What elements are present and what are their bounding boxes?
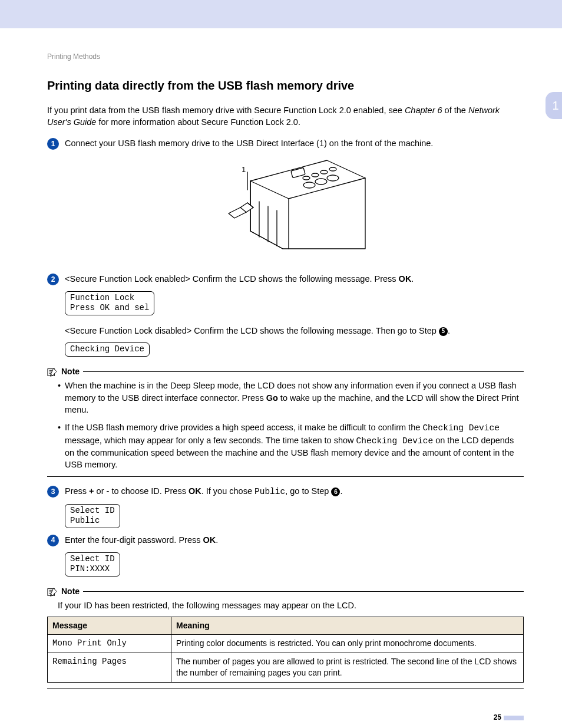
note-1-item-1: When the machine is in the Deep Sleep mo… — [58, 380, 524, 416]
s3-e: . — [340, 486, 342, 496]
step2-disabled-b: . — [448, 326, 450, 335]
s3-c: . If you chose — [201, 486, 254, 496]
step2-ok: OK — [399, 274, 412, 284]
cell-msg-1: Mono Print Only — [48, 635, 171, 653]
table-row: Remaining Pages The number of pages you … — [48, 653, 524, 682]
note-1-header: Note — [47, 366, 524, 378]
th-message: Message — [48, 617, 171, 635]
intro-paragraph: If you print data from the USB flash mem… — [47, 104, 524, 129]
s3-a: Press — [65, 486, 89, 496]
note-icon-2 — [47, 587, 58, 597]
s3-plus: + — [89, 486, 94, 496]
note-1-list: When the machine is in the Deep Sleep mo… — [58, 380, 524, 470]
step2-disabled-line: <Secure Function Lock disabled> Confirm … — [65, 325, 524, 337]
step2-enabled-b: . — [411, 274, 414, 284]
s4-a: Enter the four-digit password. Press — [65, 535, 203, 545]
step-number-3: 3 — [47, 486, 59, 498]
step-1: 1 Connect your USB flash memory drive to… — [47, 137, 524, 269]
svg-point-0 — [303, 182, 315, 188]
page-number-bar — [504, 716, 524, 720]
breadcrumb: Printing Methods — [47, 52, 524, 62]
svg-point-5 — [320, 170, 328, 174]
note-2-label: Note — [61, 586, 80, 598]
note1-li2-a: If the USB flash memory drive provides a… — [65, 423, 422, 432]
step-number-4: 4 — [47, 535, 59, 546]
s4-b: . — [216, 535, 218, 545]
note-1-item-2: If the USB flash memory drive provides a… — [58, 421, 524, 470]
s3-b: to choose ID. Press — [109, 486, 189, 496]
step2-disabled-a: <Secure Function Lock disabled> Confirm … — [65, 326, 439, 335]
page-number: 25 — [47, 713, 524, 723]
step-ref-6: 6 — [331, 487, 340, 496]
page-title: Printing data directly from the USB flas… — [47, 77, 524, 94]
chapter-tab: 1 — [546, 92, 562, 119]
step1-text: Connect your USB flash memory drive to t… — [65, 139, 433, 148]
s3-ok: OK — [189, 486, 201, 496]
step-ref-5: 5 — [439, 327, 448, 336]
intro-text-a: If you print data from the USB flash mem… — [47, 106, 405, 115]
table-row: Mono Print Only Printing color documents… — [48, 635, 524, 653]
note-1-label: Note — [61, 366, 80, 378]
note-icon — [47, 367, 58, 377]
note-1-footer-rule — [47, 476, 524, 477]
cell-mean-2: The number of pages you are allowed to p… — [171, 653, 524, 682]
svg-point-3 — [303, 176, 310, 180]
svg-point-2 — [327, 175, 339, 181]
s3-d: , go to Step — [285, 486, 331, 496]
step-number-1: 1 — [47, 138, 59, 150]
callout-1: 1 — [242, 165, 246, 174]
note-2-text: If your ID has been restricted, the foll… — [58, 599, 524, 611]
page-content: Printing Methods 1 Printing data directl… — [0, 28, 562, 728]
lcd-function-lock: Function Lock Press OK and sel — [65, 291, 154, 315]
cell-msg-2: Remaining Pages — [48, 653, 171, 682]
intro-text-b: of the — [442, 106, 468, 115]
printer-usb-diagram: 1 — [218, 154, 371, 261]
messages-table: Message Meaning Mono Print Only Printing… — [47, 617, 524, 683]
note1-go: Go — [266, 393, 278, 403]
page-number-value: 25 — [494, 713, 501, 722]
s4-ok: OK — [203, 535, 216, 545]
step2-enabled-a: <Secure Function Lock enabled> Confirm t… — [65, 274, 399, 284]
lcd-select-id-public: Select ID Public — [65, 504, 120, 528]
note1-cd2: Checking Device — [356, 436, 434, 446]
step-number-2: 2 — [47, 274, 59, 285]
th-meaning: Meaning — [171, 617, 524, 635]
svg-point-6 — [329, 167, 336, 171]
lcd-checking-device: Checking Device — [65, 342, 150, 357]
step-3: 3 Press + or - to choose ID. Press OK. I… — [47, 485, 524, 498]
note-rule-2 — [83, 591, 524, 592]
note1-li2-b: message, which may appear for only a few… — [65, 436, 356, 445]
s3-public: Public — [254, 487, 285, 496]
intro-text-c: for more information about Secure Functi… — [96, 117, 300, 127]
note-2-footer-rule — [47, 689, 524, 689]
step-2: 2 <Secure Function Lock enabled> Confirm… — [47, 273, 524, 285]
s3-or: or — [94, 486, 107, 496]
lcd-select-id-pin: Select ID PIN:XXXX — [65, 552, 120, 577]
table-header-row: Message Meaning — [48, 617, 524, 635]
note-rule — [83, 371, 524, 372]
top-bar — [0, 0, 562, 28]
usb-illustration: 1 — [65, 154, 524, 263]
note1-cd1: Checking Device — [422, 423, 500, 433]
intro-chapter-ref: Chapter 6 — [405, 106, 442, 115]
note-2-header: Note — [47, 586, 524, 598]
svg-point-4 — [312, 173, 319, 177]
svg-point-1 — [315, 179, 327, 185]
step-4: 4 Enter the four-digit password. Press O… — [47, 534, 524, 546]
cell-mean-1: Printing color documents is restricted. … — [171, 635, 524, 653]
